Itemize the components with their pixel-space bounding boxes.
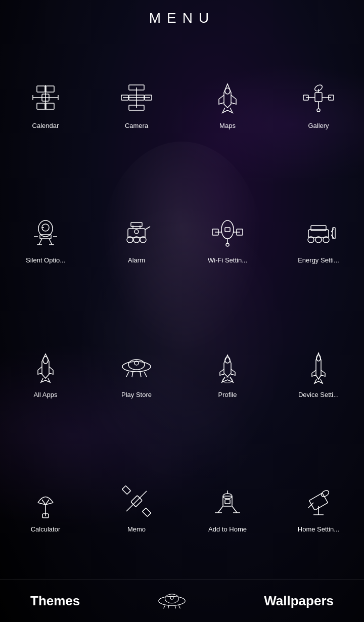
svg-point-26 (38, 220, 53, 237)
page-title: MENU (0, 0, 364, 31)
svg-line-64 (126, 372, 129, 377)
memo-label: Memo (127, 525, 146, 533)
calendar-icon (25, 77, 66, 118)
wallpapers-label[interactable]: Wallpapers (264, 593, 334, 609)
svg-line-77 (126, 491, 147, 511)
svg-line-96 (164, 605, 165, 608)
svg-point-16 (225, 88, 230, 94)
silent-icon (25, 212, 66, 252)
camera-label: Camera (125, 122, 148, 129)
homesettings-label: Home Settin... (298, 525, 339, 533)
grid-item-energy[interactable]: Energy Setti... (273, 171, 364, 305)
addtohome-label: Add to Home (208, 525, 247, 533)
svg-line-84 (232, 506, 237, 513)
gallery-label: Gallery (308, 122, 329, 129)
svg-line-97 (168, 605, 169, 608)
svg-rect-3 (46, 86, 54, 92)
grid-item-addtohome[interactable]: Add to Home (182, 439, 273, 574)
calendar-label: Calendar (32, 122, 59, 129)
svg-rect-4 (37, 103, 45, 109)
grid-item-memo[interactable]: Memo (91, 439, 182, 574)
energy-label: Energy Setti... (298, 256, 339, 264)
grid-item-homesettings[interactable]: Home Settin... (273, 439, 364, 574)
svg-line-98 (175, 605, 176, 608)
grid-item-silent[interactable]: Silent Optio... (0, 171, 91, 305)
maps-icon (207, 77, 248, 118)
memo-icon (116, 481, 157, 521)
svg-rect-2 (37, 86, 45, 92)
svg-point-100 (170, 596, 173, 599)
homesettings-icon (298, 481, 339, 521)
grid-item-allapps[interactable]: All Apps (0, 305, 91, 440)
bottom-bar: Themes Wallpapers (0, 579, 364, 622)
grid-item-calendar[interactable]: Calendar (0, 36, 91, 171)
svg-point-92 (321, 489, 330, 498)
svg-point-70 (222, 378, 233, 383)
grid-item-alarm[interactable]: Alarm (91, 171, 182, 305)
alarm-label: Alarm (128, 256, 145, 264)
energy-icon (298, 212, 339, 252)
addtohome-icon (207, 481, 248, 521)
grid-item-camera[interactable]: Camera (91, 36, 182, 171)
svg-point-94 (159, 596, 186, 605)
svg-line-31 (49, 239, 52, 245)
svg-line-67 (144, 372, 147, 377)
svg-rect-79 (122, 485, 131, 494)
svg-rect-91 (309, 493, 328, 510)
svg-line-83 (218, 506, 223, 513)
grid-item-profile[interactable]: Profile (182, 305, 273, 440)
maps-label: Maps (219, 122, 236, 129)
svg-line-66 (140, 372, 141, 377)
devicesettings-label: Device Setti... (298, 391, 339, 398)
svg-point-95 (165, 594, 179, 603)
svg-point-19 (314, 84, 324, 93)
svg-line-30 (39, 239, 42, 245)
app-grid: Calendar Camera (0, 31, 364, 579)
svg-rect-60 (333, 228, 335, 239)
allapps-label: All Apps (34, 391, 58, 398)
playstore-icon (116, 346, 157, 387)
svg-point-45 (221, 220, 234, 239)
grid-item-wifi[interactable]: Wi-Fi Settin... (182, 171, 273, 305)
svg-line-44 (145, 227, 150, 230)
grid-item-maps[interactable]: Maps (182, 36, 273, 171)
ufo-icon (157, 590, 187, 612)
svg-line-65 (132, 372, 133, 377)
svg-rect-80 (143, 508, 151, 516)
svg-point-43 (134, 230, 139, 234)
svg-point-69 (225, 357, 230, 363)
grid-item-calculator[interactable]: Calculator (0, 439, 91, 574)
themes-label[interactable]: Themes (30, 593, 80, 609)
allapps-icon (25, 346, 66, 387)
grid-item-playstore[interactable]: Play Store (91, 305, 182, 440)
svg-rect-87 (225, 500, 230, 504)
svg-point-62 (122, 362, 151, 372)
grid-item-devicesettings[interactable]: Device Setti... (273, 305, 364, 440)
calculator-label: Calculator (31, 525, 61, 533)
profile-icon (207, 346, 248, 387)
devicesettings-icon (298, 346, 339, 387)
calculator-icon (25, 481, 66, 521)
profile-label: Profile (218, 391, 237, 398)
alarm-icon (116, 212, 157, 252)
svg-rect-5 (46, 103, 54, 109)
grid-item-gallery[interactable]: Gallery (273, 36, 364, 171)
playstore-label: Play Store (121, 391, 152, 398)
wifi-label: Wi-Fi Settin... (208, 256, 247, 264)
svg-rect-52 (225, 228, 230, 232)
camera-icon (116, 77, 157, 118)
svg-line-99 (179, 605, 180, 608)
silent-label: Silent Optio... (26, 256, 65, 264)
svg-rect-17 (315, 93, 322, 102)
svg-point-61 (43, 357, 48, 364)
wifi-icon (207, 212, 248, 252)
gallery-icon (298, 77, 339, 118)
